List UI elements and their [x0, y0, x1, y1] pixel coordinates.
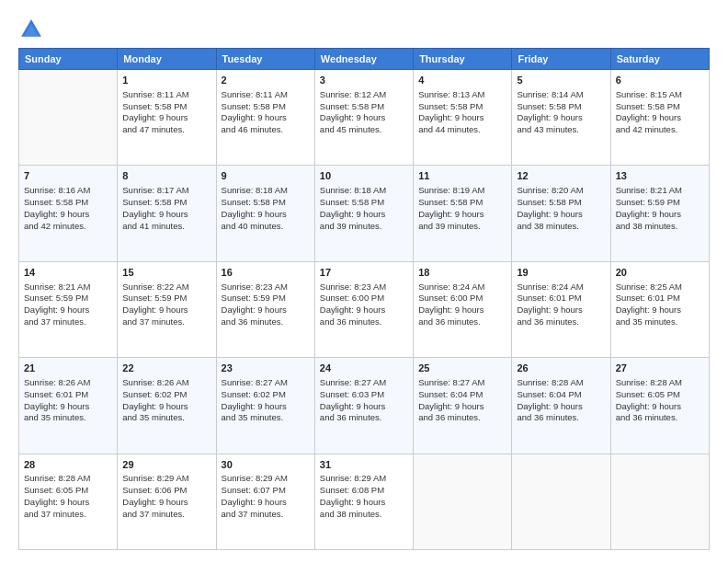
calendar-cell: 10Sunrise: 8:18 AMSunset: 5:58 PMDayligh… — [314, 166, 413, 261]
day-info: Sunrise: 8:20 AMSunset: 5:58 PMDaylight:… — [517, 185, 605, 232]
col-header-sunday: Sunday — [19, 49, 118, 70]
day-info: Sunrise: 8:18 AMSunset: 5:58 PMDaylight:… — [222, 185, 310, 232]
calendar-header-row: SundayMondayTuesdayWednesdayThursdayFrid… — [19, 49, 710, 70]
calendar-cell: 4Sunrise: 8:13 AMSunset: 5:58 PMDaylight… — [414, 70, 512, 166]
calendar-cell: 17Sunrise: 8:23 AMSunset: 6:00 PMDayligh… — [314, 261, 413, 357]
calendar-cell: 27Sunrise: 8:28 AMSunset: 6:05 PMDayligh… — [610, 358, 709, 454]
calendar-cell: 24Sunrise: 8:27 AMSunset: 6:03 PMDayligh… — [314, 358, 413, 454]
day-number: 11 — [418, 169, 506, 183]
calendar-cell: 21Sunrise: 8:26 AMSunset: 6:01 PMDayligh… — [19, 358, 118, 454]
day-number: 30 — [222, 458, 310, 472]
calendar-cell: 6Sunrise: 8:15 AMSunset: 5:58 PMDaylight… — [610, 70, 709, 166]
day-info: Sunrise: 8:12 AMSunset: 5:58 PMDaylight:… — [320, 89, 408, 136]
day-info: Sunrise: 8:16 AMSunset: 5:58 PMDaylight:… — [24, 185, 112, 232]
calendar-cell — [610, 454, 709, 549]
day-number: 24 — [320, 362, 408, 375]
day-number: 7 — [24, 169, 112, 183]
calendar-cell: 23Sunrise: 8:27 AMSunset: 6:02 PMDayligh… — [216, 358, 314, 454]
calendar-cell: 31Sunrise: 8:29 AMSunset: 6:08 PMDayligh… — [314, 454, 413, 549]
day-info: Sunrise: 8:18 AMSunset: 5:58 PMDaylight:… — [320, 185, 408, 232]
calendar-cell: 2Sunrise: 8:11 AMSunset: 5:58 PMDaylight… — [216, 70, 314, 166]
day-info: Sunrise: 8:11 AMSunset: 5:58 PMDaylight:… — [222, 89, 310, 136]
calendar-cell: 29Sunrise: 8:29 AMSunset: 6:06 PMDayligh… — [118, 454, 216, 549]
calendar-cell: 11Sunrise: 8:19 AMSunset: 5:58 PMDayligh… — [414, 166, 512, 261]
day-info: Sunrise: 8:27 AMSunset: 6:04 PMDaylight:… — [418, 377, 506, 424]
day-info: Sunrise: 8:15 AMSunset: 5:58 PMDaylight:… — [616, 89, 704, 136]
day-number: 19 — [517, 266, 605, 280]
page: SundayMondayTuesdayWednesdayThursdayFrid… — [0, 0, 728, 563]
day-info: Sunrise: 8:17 AMSunset: 5:58 PMDaylight:… — [122, 185, 210, 232]
calendar-week-1: 1Sunrise: 8:11 AMSunset: 5:58 PMDaylight… — [19, 70, 710, 166]
day-number: 31 — [320, 458, 408, 472]
day-number: 20 — [616, 266, 704, 280]
day-info: Sunrise: 8:21 AMSunset: 5:59 PMDaylight:… — [24, 282, 112, 328]
col-header-monday: Monday — [118, 49, 216, 70]
col-header-tuesday: Tuesday — [216, 49, 314, 70]
col-header-thursday: Thursday — [414, 49, 512, 70]
header — [18, 17, 710, 42]
day-info: Sunrise: 8:28 AMSunset: 6:04 PMDaylight:… — [517, 377, 605, 424]
col-header-friday: Friday — [512, 49, 610, 70]
day-info: Sunrise: 8:25 AMSunset: 6:01 PMDaylight:… — [616, 282, 704, 328]
day-number: 21 — [24, 362, 112, 375]
calendar-cell — [512, 454, 610, 549]
day-info: Sunrise: 8:19 AMSunset: 5:58 PMDaylight:… — [418, 185, 506, 232]
day-number: 2 — [222, 74, 310, 87]
calendar-cell: 22Sunrise: 8:26 AMSunset: 6:02 PMDayligh… — [118, 358, 216, 454]
calendar-cell: 3Sunrise: 8:12 AMSunset: 5:58 PMDaylight… — [314, 70, 413, 166]
day-number: 12 — [517, 169, 605, 183]
day-info: Sunrise: 8:24 AMSunset: 6:00 PMDaylight:… — [418, 282, 506, 328]
day-number: 3 — [320, 74, 408, 87]
day-info: Sunrise: 8:29 AMSunset: 6:07 PMDaylight:… — [222, 473, 310, 520]
calendar-cell: 25Sunrise: 8:27 AMSunset: 6:04 PMDayligh… — [414, 358, 512, 454]
calendar-cell: 5Sunrise: 8:14 AMSunset: 5:58 PMDaylight… — [512, 70, 610, 166]
calendar-cell: 12Sunrise: 8:20 AMSunset: 5:58 PMDayligh… — [512, 166, 610, 261]
calendar-cell: 16Sunrise: 8:23 AMSunset: 5:59 PMDayligh… — [216, 261, 314, 357]
day-number: 25 — [418, 362, 506, 375]
day-number: 4 — [418, 74, 506, 87]
calendar-cell: 15Sunrise: 8:22 AMSunset: 5:59 PMDayligh… — [118, 261, 216, 357]
calendar-week-5: 28Sunrise: 8:28 AMSunset: 6:05 PMDayligh… — [19, 454, 710, 549]
day-number: 26 — [517, 362, 605, 375]
day-number: 6 — [616, 74, 704, 87]
day-number: 28 — [24, 458, 112, 472]
day-number: 27 — [616, 362, 704, 375]
day-number: 13 — [616, 169, 704, 183]
calendar-cell: 9Sunrise: 8:18 AMSunset: 5:58 PMDaylight… — [216, 166, 314, 261]
col-header-saturday: Saturday — [610, 49, 709, 70]
day-number: 22 — [122, 362, 210, 375]
day-info: Sunrise: 8:14 AMSunset: 5:58 PMDaylight:… — [517, 89, 605, 136]
day-number: 1 — [122, 74, 210, 87]
day-info: Sunrise: 8:29 AMSunset: 6:08 PMDaylight:… — [320, 473, 408, 520]
day-info: Sunrise: 8:26 AMSunset: 6:02 PMDaylight:… — [122, 377, 210, 424]
logo — [18, 17, 48, 42]
calendar-cell: 18Sunrise: 8:24 AMSunset: 6:00 PMDayligh… — [414, 261, 512, 357]
day-info: Sunrise: 8:23 AMSunset: 5:59 PMDaylight:… — [222, 282, 310, 328]
day-info: Sunrise: 8:27 AMSunset: 6:02 PMDaylight:… — [222, 377, 310, 424]
calendar-cell: 13Sunrise: 8:21 AMSunset: 5:59 PMDayligh… — [610, 166, 709, 261]
calendar-cell: 14Sunrise: 8:21 AMSunset: 5:59 PMDayligh… — [19, 261, 118, 357]
calendar-week-3: 14Sunrise: 8:21 AMSunset: 5:59 PMDayligh… — [19, 261, 710, 357]
day-number: 16 — [222, 266, 310, 280]
day-info: Sunrise: 8:26 AMSunset: 6:01 PMDaylight:… — [24, 377, 112, 424]
day-number: 8 — [122, 169, 210, 183]
calendar-cell: 7Sunrise: 8:16 AMSunset: 5:58 PMDaylight… — [19, 166, 118, 261]
day-number: 10 — [320, 169, 408, 183]
day-info: Sunrise: 8:28 AMSunset: 6:05 PMDaylight:… — [616, 377, 704, 424]
day-number: 15 — [122, 266, 210, 280]
calendar-cell — [414, 454, 512, 549]
day-info: Sunrise: 8:24 AMSunset: 6:01 PMDaylight:… — [517, 282, 605, 328]
day-number: 29 — [122, 458, 210, 472]
day-info: Sunrise: 8:27 AMSunset: 6:03 PMDaylight:… — [320, 377, 408, 424]
day-number: 5 — [517, 74, 605, 87]
logo-icon — [18, 17, 44, 42]
day-info: Sunrise: 8:22 AMSunset: 5:59 PMDaylight:… — [122, 282, 210, 328]
day-info: Sunrise: 8:28 AMSunset: 6:05 PMDaylight:… — [24, 473, 112, 520]
calendar-cell: 8Sunrise: 8:17 AMSunset: 5:58 PMDaylight… — [118, 166, 216, 261]
day-number: 23 — [222, 362, 310, 375]
day-info: Sunrise: 8:29 AMSunset: 6:06 PMDaylight:… — [122, 473, 210, 520]
day-info: Sunrise: 8:13 AMSunset: 5:58 PMDaylight:… — [418, 89, 506, 136]
calendar-cell: 26Sunrise: 8:28 AMSunset: 6:04 PMDayligh… — [512, 358, 610, 454]
calendar-table: SundayMondayTuesdayWednesdayThursdayFrid… — [18, 48, 710, 550]
col-header-wednesday: Wednesday — [314, 49, 413, 70]
